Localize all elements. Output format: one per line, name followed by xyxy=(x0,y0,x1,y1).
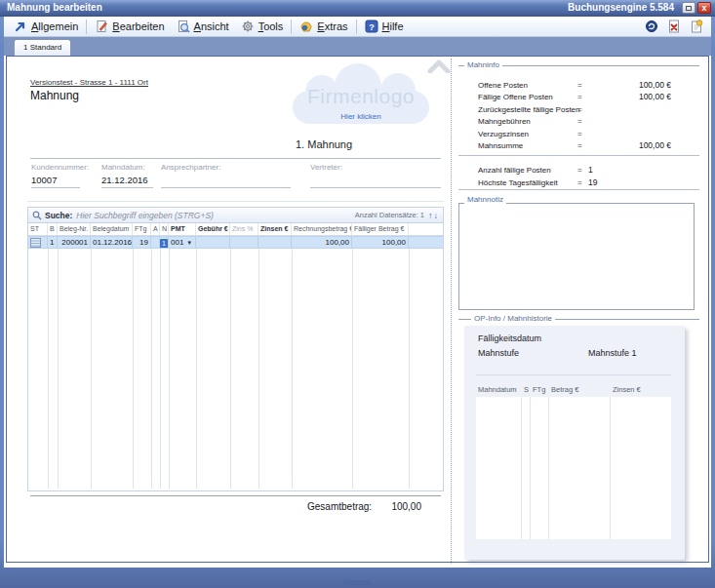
toolbar-separator xyxy=(86,20,87,34)
col-header-ftg[interactable]: FTg xyxy=(133,223,151,235)
col-header-rechnungsbetrag[interactable]: Rechnungsbetrag € xyxy=(292,223,352,235)
history-col-s[interactable]: S xyxy=(524,385,529,394)
menu-extras[interactable]: Extras xyxy=(294,18,353,36)
col-header-n[interactable]: N xyxy=(160,223,169,235)
extras-gem-icon xyxy=(299,20,313,33)
sender-address-line[interactable]: Versionstest - Strasse 1 - 1111 Ort xyxy=(30,78,148,87)
history-col-ftg[interactable]: FTg xyxy=(533,385,545,394)
menu-bearbeiten[interactable]: Bearbeiten xyxy=(89,18,170,36)
col-header-beleg-nr[interactable]: Beleg-Nr. xyxy=(58,223,91,235)
mahninfo-row-label: Offene Posten xyxy=(478,81,528,90)
tab-strip: 1 Standard xyxy=(4,37,711,56)
document-type-title: Mahnung xyxy=(30,89,79,102)
close-button[interactable]: x xyxy=(697,2,711,14)
panel-separator xyxy=(451,59,452,564)
history-col-mahndatum[interactable]: Mahndatum xyxy=(478,385,517,394)
col-header-gebuehr[interactable]: Gebühr € xyxy=(196,223,230,235)
logo-click-hint-link[interactable]: Hier klicken xyxy=(288,112,434,121)
new-record-icon[interactable] xyxy=(690,20,703,33)
mahninfo-row-label: Mahngebühren xyxy=(478,117,531,126)
col-header-zinsen[interactable]: Zinsen € xyxy=(258,223,292,235)
window-title: Mahnung bearbeiten xyxy=(7,0,102,16)
field-value-kundennummer[interactable]: 10007 xyxy=(31,175,57,185)
divider xyxy=(458,189,699,190)
col-header-faelliger-betrag[interactable]: Fälliger Betrag € xyxy=(352,223,409,235)
mahnnotiz-textarea[interactable] xyxy=(459,204,694,309)
mahninfo-row-value: 100,00 € xyxy=(603,92,671,101)
tab-standard[interactable]: 1 Standard xyxy=(14,39,71,56)
table-empty-area[interactable] xyxy=(28,249,443,490)
cell-beleg-nr: 200001 xyxy=(58,237,91,248)
equals-sign: = xyxy=(577,130,582,138)
menu-hilfe[interactable]: ? Hilfe xyxy=(359,18,410,36)
main-toolbar: Allgemein Bearbeiten Ansicht Tools Extra… xyxy=(4,17,711,37)
col-header-belegdatum[interactable]: Belegdatum xyxy=(91,223,133,235)
cell-b: 1 xyxy=(48,237,58,248)
table-header-row: ST B Beleg-Nr. Belegdatum FTg A N PMT Ge… xyxy=(28,223,443,236)
help-icon: ? xyxy=(365,20,378,33)
minimize-button[interactable] xyxy=(682,2,695,14)
equals-sign: = xyxy=(577,81,582,90)
row-detail-grid-icon[interactable] xyxy=(30,238,41,248)
col-header-st[interactable]: ST xyxy=(28,223,48,235)
cell-zins-pct xyxy=(230,237,258,248)
equals-sign: = xyxy=(577,178,582,187)
field-label-vertreter: Vertreter: xyxy=(310,163,342,172)
resize-grip[interactable] xyxy=(343,580,371,585)
divider xyxy=(458,155,699,156)
history-col-betrag[interactable]: Betrag € xyxy=(551,385,578,394)
search-icon xyxy=(32,211,42,220)
faelligkeitsdatum-label: Fälligkeitsdatum xyxy=(478,333,541,343)
menu-tools[interactable]: Tools xyxy=(235,18,290,36)
dropdown-icon[interactable]: ▼ xyxy=(186,240,192,246)
search-input[interactable] xyxy=(76,211,354,220)
equals-sign: = xyxy=(577,117,582,126)
open-items-table: Suche: Anzahl Datensätze: 1 ↑↓ ST B Bele… xyxy=(27,207,444,491)
mahninfo-stat-value: 19 xyxy=(588,177,597,187)
cell-pmt[interactable]: 001▼ xyxy=(169,237,196,248)
close-icon: x xyxy=(701,3,706,13)
col-header-zins-pct[interactable]: Zins % xyxy=(230,223,258,235)
collapse-chevron-icon[interactable] xyxy=(427,59,451,73)
mahnnotiz-box xyxy=(458,203,695,310)
dunning-level-heading: 1. Mahnung xyxy=(296,138,352,150)
row-down-icon[interactable]: ↓ xyxy=(434,211,440,220)
col-header-a[interactable]: A xyxy=(151,223,160,235)
logo-placeholder-text: Firmenlogo xyxy=(288,85,434,108)
search-label: Suche: xyxy=(45,211,72,220)
total-value: 100,00 xyxy=(361,501,421,512)
mahninfo-row-label: Fällige Offene Posten xyxy=(478,93,553,101)
cell-ftg: 19 xyxy=(133,237,151,248)
company-logo-placeholder[interactable]: Firmenlogo Hier klicken xyxy=(288,61,434,135)
n-flag-badge: 1 xyxy=(160,239,168,248)
refresh-icon[interactable] xyxy=(645,20,658,33)
client-area: Allgemein Bearbeiten Ansicht Tools Extra… xyxy=(4,17,711,568)
op-info-panel: Fälligkeitsdatum Mahnstufe Mahnstufe 1 M… xyxy=(464,326,685,560)
field-underline xyxy=(31,187,80,188)
menu-ansicht[interactable]: Ansicht xyxy=(171,18,235,36)
history-col-zinsen[interactable]: Zinsen € xyxy=(613,385,641,394)
menu-allgemein[interactable]: Allgemein xyxy=(8,18,84,36)
history-table-body[interactable] xyxy=(476,397,671,539)
mahnstufe-value: Mahnstufe 1 xyxy=(588,348,637,358)
field-label-kundennummer: Kundennummer: xyxy=(31,163,89,172)
divider xyxy=(476,374,671,375)
field-label-mahndatum: Mahndatum: xyxy=(101,163,144,172)
table-search-bar: Suche: Anzahl Datensätze: 1 ↑↓ xyxy=(28,208,443,223)
discard-record-icon[interactable] xyxy=(667,20,681,33)
table-row[interactable]: 1 200001 01.12.2016 19 1 001▼ 100,00 100… xyxy=(28,236,443,249)
cell-a xyxy=(151,237,160,248)
minimize-icon xyxy=(686,6,692,11)
field-label-ansprechpartner: Ansprechpartner: xyxy=(161,163,220,172)
mahninfo-group-title: Mahninfo xyxy=(464,60,502,69)
field-value-mahndatum[interactable]: 21.12.2016 xyxy=(101,175,148,185)
col-header-b[interactable]: B xyxy=(48,223,58,235)
form-page: Versionstest - Strasse 1 - 1111 Ort Mahn… xyxy=(6,56,709,563)
app-version: Buchungsengine 5.584 xyxy=(568,0,674,16)
equals-sign: = xyxy=(577,166,582,175)
svg-text:?: ? xyxy=(369,22,375,32)
mahninfo-stat-value: 1 xyxy=(588,165,593,175)
magnifier-document-icon xyxy=(177,20,190,33)
edit-document-icon xyxy=(95,20,108,33)
col-header-pmt[interactable]: PMT xyxy=(169,223,196,235)
